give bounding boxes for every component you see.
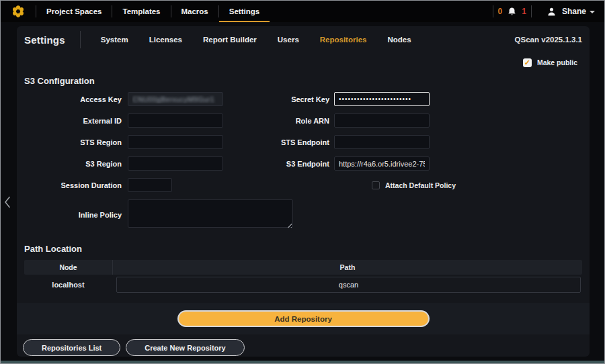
check-icon: ✓ (524, 59, 530, 66)
role-arn-label: Role ARN (229, 117, 329, 125)
create-new-repository-button[interactable]: Create New Repository (126, 339, 244, 356)
nav-settings[interactable]: Settings (219, 1, 270, 22)
chevron-down-icon (590, 11, 595, 13)
path-cell-input[interactable]: qscan (116, 277, 581, 293)
session-duration-input[interactable] (128, 178, 172, 192)
qscan-settings-page: { "topbar": { "nav": [ { "label": "Proje… (0, 0, 605, 364)
topbar-divider (531, 5, 532, 17)
secret-key-input[interactable] (334, 92, 430, 106)
chevron-left-icon (3, 195, 11, 209)
access-key-label: Access Key (17, 95, 122, 103)
notification-count-one: 1 (522, 7, 526, 16)
collapse-panel-button[interactable] (3, 195, 11, 212)
path-location-heading: Path Location (24, 244, 590, 255)
tab-users[interactable]: Users (278, 36, 299, 44)
inline-policy-label: Inline Policy (17, 211, 122, 219)
tab-nodes[interactable]: Nodes (387, 36, 411, 44)
flower-gear-logo-icon (11, 5, 25, 18)
tab-system[interactable]: System (101, 36, 128, 44)
external-id-input[interactable] (128, 113, 223, 128)
column-header-node: Node (24, 263, 112, 271)
inline-policy-textarea[interactable] (128, 199, 293, 228)
make-public-label: Make public (537, 58, 577, 66)
user-icon (547, 7, 557, 17)
inline-policy-wrap (128, 199, 293, 230)
sts-endpoint-input[interactable] (334, 135, 430, 149)
s3-endpoint-input[interactable] (334, 156, 430, 171)
access-key-input[interactable] (128, 92, 223, 106)
user-menu[interactable]: Shane (540, 7, 595, 17)
form-row-s3: S3 Region S3 Endpoint (17, 156, 590, 171)
attach-default-policy-row: Attach Default Policy (372, 181, 456, 189)
top-navigation-bar: Project Spaces Templates Macros Settings… (1, 1, 604, 22)
attach-default-policy-label: Attach Default Policy (385, 181, 456, 189)
topbar-right-cluster: 0 1 Shane (493, 1, 604, 22)
form-row-keys: Access Key Secret Key (17, 92, 590, 106)
column-header-path: Path (112, 260, 582, 275)
path-location-table: Node Path localhost qscan (24, 260, 582, 295)
notification-count-zero: 0 (498, 7, 503, 16)
user-name: Shane (562, 7, 586, 16)
settings-card: Settings System Licenses Report Builder … (17, 26, 590, 357)
topbar-divider (493, 5, 493, 17)
page-title: Settings (24, 34, 65, 46)
nav-macros[interactable]: Macros (171, 1, 218, 22)
app-version: QScan v2025.1.3.1 (515, 36, 582, 44)
node-cell: localhost (24, 281, 112, 289)
form-row-session: Session Duration Attach Default Policy (17, 178, 590, 192)
secret-key-label: Secret Key (229, 95, 329, 103)
s3-endpoint-label: S3 Endpoint (229, 160, 329, 168)
tab-licenses[interactable]: Licenses (149, 36, 182, 44)
tab-repositories[interactable]: Repositories (320, 36, 367, 44)
external-id-label: External ID (17, 117, 122, 125)
add-repository-strip: Add Repository (17, 303, 590, 334)
nav-templates[interactable]: Templates (112, 1, 170, 22)
bottom-edge-strip (1, 361, 604, 363)
form-row-sts: STS Region STS Endpoint (17, 135, 590, 149)
table-header-row: Node Path (24, 260, 582, 275)
form-row-ids: External ID Role ARN (17, 113, 590, 128)
sts-endpoint-label: STS Endpoint (229, 138, 329, 146)
repositories-list-button[interactable]: Repositories List (23, 339, 120, 356)
sts-region-label: STS Region (17, 138, 122, 146)
bottom-actions-row: Repositories List Create New Repository (17, 339, 590, 356)
settings-header: Settings System Licenses Report Builder … (17, 26, 590, 53)
s3-form: Access Key Secret Key External ID Role A… (17, 92, 590, 230)
sts-region-input[interactable] (128, 135, 223, 149)
bell-icon[interactable] (507, 7, 517, 17)
table-row: localhost qscan (24, 275, 582, 295)
header-divider (80, 31, 81, 48)
nav-project-spaces[interactable]: Project Spaces (36, 1, 112, 22)
settings-tabs: System Licenses Report Builder Users Rep… (101, 36, 411, 44)
attach-default-policy-checkbox[interactable] (372, 181, 380, 189)
role-arn-input[interactable] (334, 113, 430, 128)
session-duration-label: Session Duration (17, 181, 122, 189)
make-public-row: ✓ Make public (17, 57, 590, 68)
s3-region-input[interactable] (128, 156, 223, 171)
tab-report-builder[interactable]: Report Builder (203, 36, 257, 44)
app-logo[interactable] (1, 1, 36, 22)
s3-configuration-heading: S3 Configuration (24, 76, 590, 87)
make-public-checkbox[interactable]: ✓ (523, 58, 532, 67)
add-repository-button[interactable]: Add Repository (177, 310, 430, 327)
s3-region-label: S3 Region (17, 160, 122, 168)
form-row-inline-policy: Inline Policy (17, 199, 590, 230)
